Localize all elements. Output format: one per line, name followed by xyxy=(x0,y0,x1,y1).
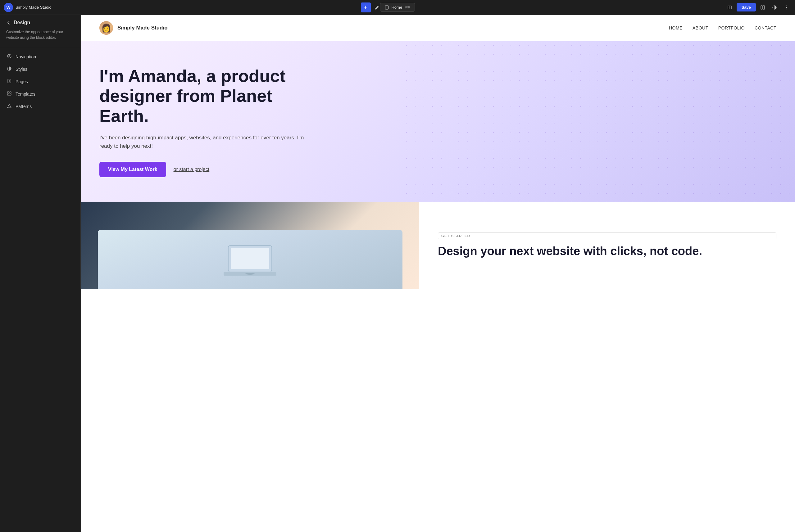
hero-dots-pattern xyxy=(402,41,795,202)
view-work-button[interactable]: View My Latest Work xyxy=(99,162,166,177)
section-image xyxy=(81,202,419,289)
laptop-image xyxy=(98,230,403,289)
svg-rect-7 xyxy=(761,5,762,9)
sidebar-item-navigation[interactable]: Navigation xyxy=(0,51,80,63)
svg-rect-4 xyxy=(385,5,388,9)
hero-title: I'm Amanda, a product designer from Plan… xyxy=(99,66,311,126)
page-icon xyxy=(385,5,389,10)
top-bar-left: W Simply Made Studio xyxy=(4,3,52,12)
sidebar-item-label: Patterns xyxy=(16,104,32,109)
section-two: GET STARTED Design your next website wit… xyxy=(81,202,795,289)
svg-rect-22 xyxy=(231,248,269,269)
svg-rect-14 xyxy=(8,79,11,83)
sidebar-item-pages[interactable]: Pages xyxy=(0,75,80,88)
avatar-image xyxy=(99,21,113,35)
avatar xyxy=(99,21,113,35)
navigation-icon xyxy=(6,54,13,60)
svg-point-0 xyxy=(377,6,378,7)
svg-rect-18 xyxy=(10,92,11,93)
hero-section: I'm Amanda, a product designer from Plan… xyxy=(81,41,795,202)
sidebar-item-styles[interactable]: Styles xyxy=(0,63,80,75)
site-title-topbar: Simply Made Studio xyxy=(16,5,52,10)
dark-mode-button[interactable] xyxy=(770,2,779,13)
laptop-svg xyxy=(222,242,278,280)
sidebar-header: Design xyxy=(0,20,80,29)
sidebar-item-patterns[interactable]: Patterns xyxy=(0,100,80,113)
wordpress-logo[interactable]: W xyxy=(4,3,13,12)
svg-point-11 xyxy=(786,8,787,9)
preview-frame: Simply Made Studio HOME ABOUT PORTFOLIO … xyxy=(81,15,795,532)
svg-point-10 xyxy=(786,7,787,7)
add-block-button[interactable]: + xyxy=(361,2,371,13)
sidebar-title: Design xyxy=(14,20,30,25)
sidebar-item-label: Templates xyxy=(16,92,35,97)
pages-icon xyxy=(6,78,13,85)
layout-button[interactable] xyxy=(758,2,768,13)
styles-icon xyxy=(6,66,13,72)
svg-point-24 xyxy=(245,273,255,275)
hero-content: I'm Amanda, a product designer from Plan… xyxy=(99,66,311,177)
sidebar-item-label: Navigation xyxy=(16,54,36,59)
site-logo: Simply Made Studio xyxy=(99,21,168,35)
save-button[interactable]: Save xyxy=(737,3,756,12)
view-button[interactable] xyxy=(725,2,735,13)
main-layout: Design Customize the appearance of your … xyxy=(0,15,795,532)
content-area: Simply Made Studio HOME ABOUT PORTFOLIO … xyxy=(81,15,795,532)
section-text: GET STARTED Design your next website wit… xyxy=(419,202,795,289)
more-options-button[interactable] xyxy=(781,2,791,13)
section-heading: Design your next website with clicks, no… xyxy=(438,244,776,259)
svg-rect-17 xyxy=(7,92,9,93)
top-bar-center: Home ⌘K xyxy=(380,3,415,12)
templates-icon xyxy=(6,91,13,97)
site-nav: HOME ABOUT PORTFOLIO CONTACT xyxy=(669,25,776,31)
page-selector[interactable]: Home ⌘K xyxy=(380,3,415,12)
top-bar-right: Save xyxy=(725,2,791,13)
hero-actions: View My Latest Work or start a project xyxy=(99,162,311,177)
patterns-icon xyxy=(6,103,13,110)
svg-point-13 xyxy=(9,56,10,57)
nav-about[interactable]: ABOUT xyxy=(692,25,708,31)
hero-subtitle: I've been designing high-impact apps, we… xyxy=(99,133,311,150)
section-eyebrow: GET STARTED xyxy=(438,232,776,239)
sidebar-item-templates[interactable]: Templates xyxy=(0,88,80,100)
site-name: Simply Made Studio xyxy=(117,25,168,31)
nav-home[interactable]: HOME xyxy=(669,25,683,31)
svg-rect-8 xyxy=(763,5,764,9)
sidebar: Design Customize the appearance of your … xyxy=(0,15,81,532)
sidebar-divider xyxy=(0,48,80,48)
sidebar-subtitle: Customize the appearance of your website… xyxy=(0,29,80,45)
svg-rect-5 xyxy=(728,6,732,9)
sidebar-item-label: Pages xyxy=(16,79,28,84)
svg-rect-19 xyxy=(7,94,11,95)
top-bar: W Simply Made Studio + Home ⌘K Save xyxy=(0,0,795,15)
svg-marker-20 xyxy=(7,104,11,108)
svg-point-9 xyxy=(786,5,787,6)
svg-point-12 xyxy=(7,54,11,58)
start-project-link[interactable]: or start a project xyxy=(173,167,210,172)
site-header: Simply Made Studio HOME ABOUT PORTFOLIO … xyxy=(81,15,795,41)
sidebar-back-button[interactable] xyxy=(6,20,11,25)
sidebar-item-label: Styles xyxy=(16,67,27,72)
nav-contact[interactable]: CONTACT xyxy=(755,25,776,31)
nav-portfolio[interactable]: PORTFOLIO xyxy=(718,25,745,31)
